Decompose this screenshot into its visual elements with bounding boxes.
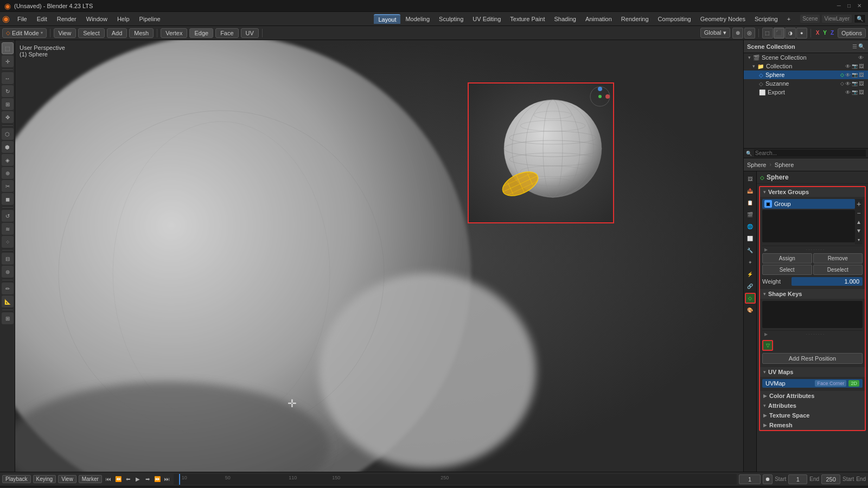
view-timeline-btn[interactable]: View (58, 475, 76, 483)
shrink-fatten-tool[interactable]: ⊛ (2, 266, 14, 278)
minimize-btn[interactable]: ─ (835, 3, 843, 9)
menu-window[interactable]: Window (82, 15, 112, 23)
menu-help[interactable]: Help (113, 15, 134, 23)
shape-keys-header[interactable]: ▾ Shape Keys (760, 289, 865, 299)
menu-edit[interactable]: Edit (33, 15, 52, 23)
modifier-props-icon[interactable]: 🔧 (745, 245, 756, 256)
start-frame-field[interactable]: 1 (788, 474, 807, 484)
active-vertex-icon[interactable]: ▽ (762, 340, 773, 351)
vgroup-dots[interactable]: · · · · · · · · (770, 247, 860, 252)
uv-btn[interactable]: UV (241, 28, 259, 38)
keying-btn[interactable]: Keying (33, 475, 56, 483)
tab-compositing[interactable]: Compositing (654, 15, 695, 23)
suzanne-eye[interactable]: 👁 (845, 81, 851, 87)
current-frame-field[interactable]: 1 (739, 474, 761, 484)
view-menu[interactable]: View (54, 28, 76, 38)
render-props-icon[interactable]: 🖼 (745, 174, 756, 184)
jump-end-btn[interactable]: ⏭ (163, 475, 171, 484)
color-attributes-header[interactable]: ▶ Color Attributes (760, 391, 865, 401)
constraints-props-icon[interactable]: 🔗 (745, 281, 756, 292)
wireframe-btn[interactable]: ⬚ (762, 28, 773, 38)
next-keyframe-btn[interactable]: ➡ (143, 475, 152, 484)
knife-tool[interactable]: ✂ (2, 180, 14, 192)
rendered-btn[interactable]: ● (796, 28, 807, 38)
transform-global[interactable]: Global ▾ (700, 28, 730, 38)
outliner-item-export[interactable]: ⬜ Export 👁 📷 🖼 (744, 88, 868, 97)
scene-props-icon[interactable]: 🎬 (745, 209, 756, 220)
tab-scripting[interactable]: Scripting (750, 15, 782, 23)
rotate-tool[interactable]: ↻ (2, 85, 14, 97)
sphere-camera[interactable]: 📷 (852, 72, 858, 78)
step-forward-btn[interactable]: ⏩ (153, 475, 162, 484)
viewport[interactable]: User Perspective (1) Sphere ✛ Y X Z 🔍 (15, 40, 743, 472)
tab-animation[interactable]: Animation (581, 15, 616, 23)
data-props-icon[interactable]: ◇ (745, 293, 756, 304)
tab-sculpting[interactable]: Sculpting (435, 15, 468, 23)
proportional-editing-btn[interactable]: ◎ (744, 28, 755, 38)
mode-selector[interactable]: ◇ Edit Mode ▾ (2, 28, 47, 38)
outliner-item-suzanne[interactable]: ◇ Suzanne ◇ 👁 📷 🖼 (744, 79, 868, 88)
eye-toggle[interactable]: 👁 (858, 55, 864, 61)
cursor-tool[interactable]: ✛ (2, 55, 14, 67)
timeline-playhead[interactable] (179, 474, 180, 485)
texture-space-header[interactable]: ▶ Texture Space (760, 410, 865, 420)
smooth-tool[interactable]: ≋ (2, 223, 14, 235)
play-btn[interactable]: ▶ (133, 475, 142, 484)
mini-viewport[interactable] (468, 82, 614, 223)
face-btn[interactable]: Face (215, 28, 238, 38)
tab-add[interactable]: + (783, 15, 795, 23)
collection-camera[interactable]: 📷 (852, 63, 858, 69)
uvmap-item[interactable]: UVMap Face Corner 2D (762, 379, 863, 388)
vgroup-remove-btn[interactable]: − (855, 209, 863, 217)
sphere-properties-icon[interactable]: ◇ (840, 72, 844, 78)
props-search-input[interactable] (754, 150, 866, 157)
weight-value[interactable]: 1.000 (792, 277, 863, 286)
scene-selector[interactable]: Scene (800, 15, 820, 23)
end-frame-field[interactable]: 250 (821, 474, 840, 484)
remesh-header[interactable]: ▶ Remesh (760, 420, 865, 430)
menu-render[interactable]: Render (53, 15, 81, 23)
assign-btn[interactable]: Assign (762, 253, 812, 264)
material-props-icon[interactable]: 🎨 (745, 305, 756, 316)
scale-tool[interactable]: ⊞ (2, 98, 14, 110)
suzanne-render[interactable]: 🖼 (859, 81, 864, 86)
axis-y-btn[interactable]: Y (821, 29, 828, 37)
outliner-item-collection[interactable]: ▾ 📁 Collection 👁 📷 🖼 (744, 62, 868, 70)
axis-z-btn[interactable]: Z (829, 29, 835, 37)
suzanne-properties-icon[interactable]: ◇ (840, 81, 844, 86)
menu-pipeline[interactable]: Pipeline (135, 15, 165, 23)
sphere-eye[interactable]: 👁 (845, 72, 851, 78)
solid-btn[interactable]: ⬛ (774, 28, 784, 38)
object-props-icon[interactable]: ⬜ (745, 233, 756, 244)
select-vg-btn[interactable]: Select (762, 265, 812, 275)
measure-tool[interactable]: 📐 (2, 296, 14, 307)
prev-keyframe-btn[interactable]: ⬅ (124, 475, 132, 484)
add-menu[interactable]: Add (107, 28, 127, 38)
move-tool[interactable]: ↔ (2, 72, 14, 84)
add-rest-position-btn[interactable]: Add Rest Position (762, 353, 863, 364)
axis-x-btn[interactable]: X (814, 29, 821, 37)
tab-uv-editing[interactable]: UV Editing (468, 15, 505, 23)
vgroup-add-btn[interactable]: + (855, 200, 863, 208)
vertex-btn[interactable]: Vertex (161, 28, 187, 38)
add-cube-tool[interactable]: ⊞ (2, 312, 14, 324)
poly-build-tool[interactable]: ◼ (2, 193, 14, 205)
step-back-btn[interactable]: ⏪ (114, 475, 123, 484)
output-props-icon[interactable]: 📤 (745, 185, 756, 196)
tab-texture-paint[interactable]: Texture Paint (506, 15, 549, 23)
world-props-icon[interactable]: 🌐 (745, 221, 756, 232)
vgroup-arrow-left[interactable]: ▶ (764, 247, 768, 252)
spin-tool[interactable]: ↺ (2, 210, 14, 222)
attributes-header[interactable]: ▾ Attributes (760, 401, 865, 410)
collection-eye[interactable]: 👁 (845, 63, 851, 69)
bevel-tool[interactable]: ◈ (2, 154, 14, 166)
outliner-item-scene-collection[interactable]: ▾ 🎬 Scene Collection 👁 (744, 53, 868, 62)
snap-btn[interactable]: ⊕ (732, 28, 743, 38)
sk-arrow-left[interactable]: ▶ (764, 332, 768, 337)
export-eye[interactable]: 👁 (845, 89, 851, 95)
mini-nav-gizmo[interactable] (589, 86, 611, 108)
playback-btn[interactable]: Playback (2, 475, 31, 483)
vertex-groups-header[interactable]: ▾ Vertex Groups (760, 187, 865, 197)
cache-btn[interactable]: ⏺ (763, 474, 773, 484)
timeline-ruler[interactable]: 10 50 110 150 250 (174, 474, 737, 485)
